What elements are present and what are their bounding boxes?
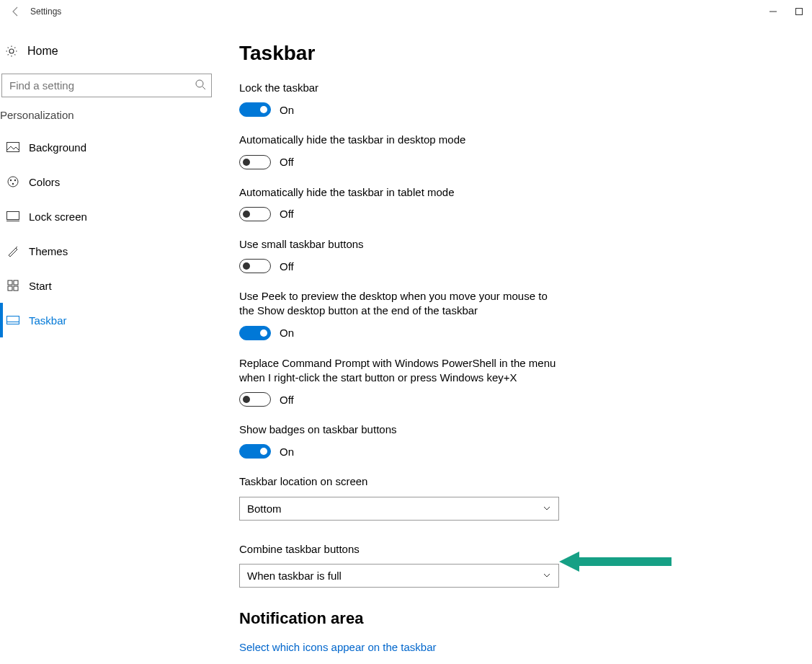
sidebar-item-label: Background — [29, 141, 86, 154]
select-combine[interactable]: When taskbar is full — [239, 564, 559, 588]
sidebar-item-colors[interactable]: Colors — [0, 164, 213, 199]
select-location-value: Bottom — [247, 503, 282, 515]
themes-icon — [4, 244, 22, 257]
start-icon — [4, 280, 22, 291]
sidebar-item-start[interactable]: Start — [0, 268, 213, 303]
label-small-buttons: Use small taskbar buttons — [239, 237, 556, 252]
svg-rect-13 — [8, 286, 12, 291]
label-badges: Show badges on taskbar buttons — [239, 422, 556, 437]
gear-icon — [3, 45, 20, 58]
label-autohide-desktop: Automatically hide the taskbar in deskto… — [239, 133, 556, 147]
chevron-down-icon — [543, 504, 551, 513]
label-location: Taskbar location on screen — [239, 474, 556, 489]
toggle-peek[interactable] — [239, 326, 271, 340]
page-title: Taskbar — [239, 42, 559, 65]
search-icon — [195, 79, 206, 90]
svg-point-8 — [12, 183, 14, 185]
svg-marker-17 — [559, 552, 672, 572]
toggle-peek-state: On — [280, 327, 294, 339]
select-location[interactable]: Bottom — [239, 497, 559, 521]
svg-point-6 — [10, 180, 12, 181]
sidebar-item-themes[interactable]: Themes — [0, 234, 213, 268]
sidebar: Home Personalization Background Colors L… — [0, 23, 213, 653]
taskbar-icon — [4, 316, 22, 324]
link-notification-icons[interactable]: Select which icons appear on the taskbar — [239, 641, 437, 653]
select-combine-value: When taskbar is full — [247, 570, 342, 582]
svg-rect-12 — [14, 280, 18, 285]
arrow-left-icon — [10, 6, 22, 17]
lockscreen-icon — [4, 211, 22, 221]
section-notification-area: Notification area — [239, 609, 559, 628]
arrow-left-annotation-icon — [559, 547, 674, 576]
svg-rect-1 — [796, 9, 803, 15]
picture-icon — [4, 142, 22, 152]
annotation-arrow — [559, 547, 674, 576]
titlebar: Settings — [0, 0, 812, 23]
search-wrap — [1, 74, 212, 97]
toggle-autohide-desktop-state: Off — [280, 156, 294, 168]
minimize-button[interactable] — [769, 7, 777, 16]
svg-rect-15 — [7, 316, 19, 324]
window-controls — [769, 7, 803, 16]
window-title: Settings — [30, 6, 61, 17]
minimize-icon — [769, 7, 777, 16]
label-autohide-tablet: Automatically hide the taskbar in tablet… — [239, 185, 556, 200]
svg-rect-9 — [7, 212, 19, 220]
toggle-lock[interactable] — [239, 102, 271, 117]
toggle-powershell[interactable] — [239, 392, 271, 407]
home-label: Home — [27, 45, 58, 58]
search-input[interactable] — [1, 74, 212, 97]
sidebar-item-background[interactable]: Background — [0, 130, 213, 164]
sidebar-item-label: Themes — [29, 245, 68, 257]
sidebar-item-label: Taskbar — [29, 314, 67, 327]
sidebar-item-label: Colors — [29, 176, 60, 188]
category-label: Personalization — [0, 109, 213, 130]
toggle-badges[interactable] — [239, 444, 271, 459]
sidebar-item-lockscreen[interactable]: Lock screen — [0, 199, 213, 234]
content-pane: Taskbar Lock the taskbar On Automaticall… — [213, 42, 559, 653]
toggle-small-buttons[interactable] — [239, 259, 271, 273]
sidebar-item-label: Lock screen — [29, 211, 87, 223]
svg-point-7 — [14, 180, 16, 181]
svg-point-5 — [8, 177, 18, 187]
maximize-button[interactable] — [795, 7, 803, 16]
chevron-down-icon — [543, 571, 551, 580]
toggle-autohide-tablet[interactable] — [239, 207, 271, 221]
palette-icon — [4, 175, 22, 188]
sidebar-item-taskbar[interactable]: Taskbar — [0, 303, 213, 337]
toggle-badges-state: On — [280, 446, 294, 458]
toggle-powershell-state: Off — [280, 394, 294, 406]
back-button[interactable] — [6, 1, 26, 22]
label-peek: Use Peek to preview the desktop when you… — [239, 289, 556, 319]
svg-rect-14 — [14, 286, 18, 291]
label-powershell: Replace Command Prompt with Windows Powe… — [239, 356, 556, 386]
label-lock: Lock the taskbar — [239, 81, 556, 95]
maximize-icon — [795, 7, 803, 16]
svg-rect-11 — [8, 280, 12, 285]
svg-rect-4 — [7, 143, 19, 152]
label-combine: Combine taskbar buttons — [239, 542, 556, 557]
toggle-small-buttons-state: Off — [280, 260, 294, 273]
sidebar-item-label: Start — [29, 280, 52, 292]
toggle-lock-state: On — [280, 104, 294, 116]
toggle-autohide-desktop[interactable] — [239, 155, 271, 169]
svg-line-3 — [202, 87, 205, 89]
toggle-autohide-tablet-state: Off — [280, 208, 294, 220]
svg-point-2 — [196, 80, 203, 87]
home-nav[interactable]: Home — [0, 37, 213, 65]
